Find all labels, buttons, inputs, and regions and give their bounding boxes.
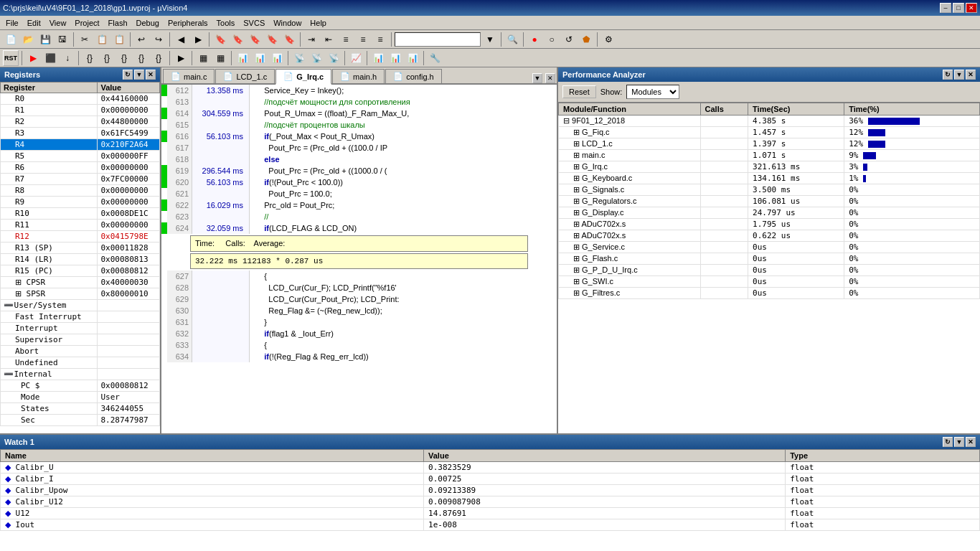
bookmark1-btn[interactable]: 🔖 [212, 32, 228, 47]
paste-btn[interactable]: 📋 [111, 32, 127, 47]
dbg3-btn[interactable]: {} [116, 50, 132, 66]
watch-col-name: Name [1, 450, 424, 462]
search-btn[interactable]: 🔍 [504, 32, 520, 47]
dbg5-btn[interactable]: {} [151, 50, 166, 66]
target-dropdown[interactable]: ▼ [482, 32, 498, 47]
reg-value: 0x80000010 [98, 288, 160, 300]
nav-back-btn[interactable]: ◀ [173, 32, 189, 47]
menu-debug[interactable]: Debug [132, 17, 164, 29]
run2-btn[interactable]: ▶ [25, 50, 41, 66]
cut-btn[interactable]: ✂ [77, 32, 93, 47]
stop-btn[interactable]: ○ [544, 32, 560, 47]
tab-lcd-c[interactable]: 📄 LCD_1.c [215, 69, 275, 83]
rst-btn[interactable]: RST [3, 50, 19, 66]
mem2-btn[interactable]: 📊 [252, 50, 268, 66]
dbg1-btn[interactable]: {} [82, 50, 98, 66]
debug-btn[interactable]: ⬟ [578, 32, 594, 47]
menu-file[interactable]: File [1, 17, 23, 29]
code-line: 62216.029 ms Prc_old = Pout_Prc; [161, 199, 557, 211]
watch-settings-btn[interactable]: ▼ [954, 437, 964, 447]
tab-main-c[interactable]: 📄 main.c [163, 69, 215, 83]
menu-edit[interactable]: Edit [23, 17, 45, 29]
indent2-btn[interactable]: ≡ [338, 32, 354, 47]
step-btn[interactable]: ↓ [60, 50, 75, 66]
tab-bar-menu-btn[interactable]: ▼ [532, 73, 542, 83]
line-number: 630 [167, 305, 192, 316]
logic-btn[interactable]: 📈 [348, 50, 364, 66]
bookmark4-btn[interactable]: 🔖 [264, 32, 280, 47]
close-btn[interactable]: ✕ [966, 3, 977, 13]
indent4-btn[interactable]: ≡ [372, 32, 388, 47]
perf-show-select[interactable]: Modules Functions [626, 85, 679, 99]
menu-window[interactable]: Window [269, 17, 306, 29]
watch-name: ◆ U12 [1, 508, 424, 519]
watch-refresh-btn[interactable]: ↻ [943, 437, 953, 447]
stop2-btn[interactable]: ⬛ [42, 50, 58, 66]
tab-irq-c[interactable]: 📄 G_Irq.c [275, 69, 331, 85]
copy-btn[interactable]: 📋 [94, 32, 110, 47]
menu-tools[interactable]: Tools [212, 17, 240, 29]
code-scroll[interactable]: 61213.358 ms Service_Key = Inkey();613 /… [161, 85, 557, 433]
menu-svcs[interactable]: SVCS [239, 17, 269, 29]
maximize-btn[interactable]: □ [953, 3, 964, 13]
run-btn[interactable]: ● [527, 32, 542, 47]
perf-settings-btn[interactable]: ▼ [954, 70, 964, 80]
mem3-btn[interactable]: 📊 [269, 50, 285, 66]
indent3-btn[interactable]: ≡ [355, 32, 371, 47]
settings-btn[interactable]: ⚙ [600, 32, 616, 47]
watch-name: ◆ Calibr_I [1, 474, 424, 485]
dbg2-btn[interactable]: {} [99, 50, 115, 66]
reg-name: Supervisor [1, 334, 98, 346]
serial2-btn[interactable]: 📡 [308, 50, 324, 66]
menu-help[interactable]: Help [306, 17, 331, 29]
watch-row: ◆ Iout1e-008float [1, 519, 980, 531]
indent-btn[interactable]: ⇥ [303, 32, 319, 47]
open-btn[interactable]: 📂 [20, 32, 36, 47]
watch-close-btn[interactable]: ✕ [966, 437, 976, 447]
tab-bar-close-btn[interactable]: ✕ [545, 73, 555, 83]
reg-col-value: Value [98, 83, 160, 93]
menu-flash[interactable]: Flash [104, 17, 132, 29]
serial1-btn[interactable]: 📡 [291, 50, 307, 66]
tool-btn[interactable]: 🔧 [427, 50, 443, 66]
serial3-btn[interactable]: 📡 [326, 50, 341, 66]
bookmark2-btn[interactable]: 🔖 [230, 32, 245, 47]
fwd-btn[interactable]: ▶ [173, 50, 189, 66]
bookmark5-btn[interactable]: 🔖 [281, 32, 297, 47]
menu-project[interactable]: Project [70, 17, 103, 29]
mem1-btn[interactable]: 📊 [235, 50, 250, 66]
bookmark3-btn[interactable]: 🔖 [247, 32, 263, 47]
tab-main-h[interactable]: 📄 main.h [332, 69, 385, 83]
asm1-btn[interactable]: ▦ [195, 50, 211, 66]
reg-close-btn[interactable]: ✕ [146, 70, 156, 80]
tab-config-h[interactable]: 📄 config.h [385, 69, 442, 83]
asm2-btn[interactable]: ▦ [212, 50, 228, 66]
reg-value: 0x00080812 [98, 265, 160, 277]
dbg4-btn[interactable]: {} [133, 50, 149, 66]
reset-btn[interactable]: ↺ [561, 32, 577, 47]
menu-view[interactable]: View [45, 17, 71, 29]
registers-header-btns: ↻ ▼ ✕ [123, 70, 156, 80]
perf-close-btn[interactable]: ✕ [966, 70, 976, 80]
perf3-btn[interactable]: 📊 [405, 50, 420, 66]
undo-btn[interactable]: ↩ [133, 32, 149, 47]
perf-time-sec: 24.797 us [748, 207, 844, 219]
nav-fwd-btn[interactable]: ▶ [190, 32, 206, 47]
perf2-btn[interactable]: 📊 [387, 50, 403, 66]
redo-btn[interactable]: ↪ [151, 32, 166, 47]
unindent-btn[interactable]: ⇤ [321, 32, 336, 47]
perf-btn[interactable]: 📊 [370, 50, 386, 66]
perf-time-pct: 12% [844, 138, 980, 150]
perf-reset-button[interactable]: Reset [562, 85, 596, 98]
save-all-btn[interactable]: 🖫 [55, 32, 70, 47]
menu-peripherals[interactable]: Peripherals [164, 17, 212, 29]
code-tooltip-value: 32.222 ms 112183 * 0.287 us [190, 253, 528, 269]
reg-refresh-btn[interactable]: ↻ [123, 70, 133, 80]
target-select[interactable]: _F_Iout [395, 32, 481, 47]
new-btn[interactable]: 📄 [3, 32, 19, 47]
save-btn[interactable]: 💾 [37, 32, 53, 47]
line-number: 614 [167, 108, 192, 119]
minimize-btn[interactable]: – [940, 3, 951, 13]
reg-settings-btn[interactable]: ▼ [134, 70, 144, 80]
perf-refresh-btn[interactable]: ↻ [943, 70, 953, 80]
